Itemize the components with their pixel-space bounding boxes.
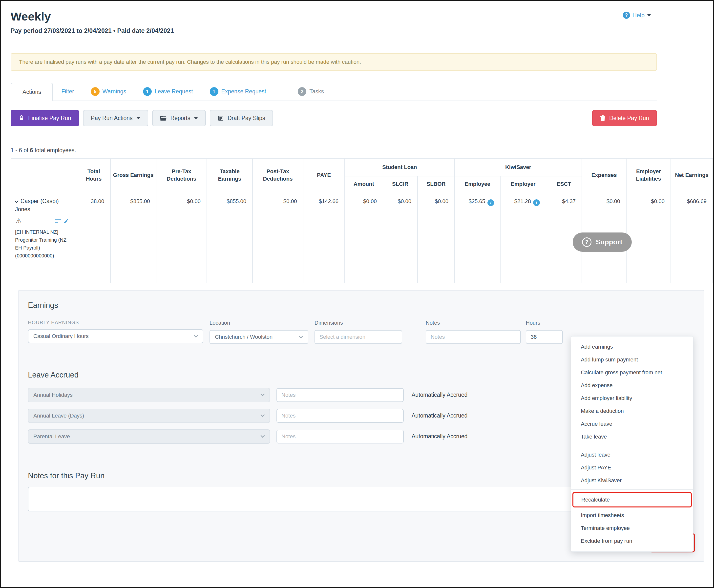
support-button[interactable]: ? Support xyxy=(573,232,632,252)
menu-item-adjust-paye[interactable]: Adjust PAYE xyxy=(571,461,693,474)
tab-label: Tasks xyxy=(309,88,324,95)
cell-employer-liabilities: $0.00 xyxy=(626,192,671,283)
menu-item-make-a-deduction[interactable]: Make a deduction xyxy=(571,405,693,418)
tab-expense-request[interactable]: 1 Expense Request xyxy=(201,82,275,101)
menu-divider xyxy=(571,446,693,446)
menu-item-take-leave[interactable]: Take leave xyxy=(571,430,693,443)
tab-tasks[interactable]: 2 Tasks xyxy=(289,82,332,101)
menu-item-add-employer-liability[interactable]: Add employer liability xyxy=(571,392,693,405)
menu-divider xyxy=(571,489,693,490)
delete-pay-run-button[interactable]: Delete Pay Run xyxy=(592,110,657,126)
tab-actions[interactable]: Actions xyxy=(10,83,53,101)
hours-input[interactable] xyxy=(526,330,563,344)
info-icon[interactable]: i xyxy=(487,200,494,206)
page-title: Weekly xyxy=(10,9,713,23)
button-label: Finalise Pay Run xyxy=(28,115,71,122)
cell-slbor: $0.00 xyxy=(418,192,455,283)
column-header: Employee xyxy=(455,176,500,192)
column-header: Total Hours xyxy=(77,159,110,192)
cell-student-loan-amount: $0.00 xyxy=(345,192,383,283)
warning-icon[interactable]: ⚠︎ xyxy=(16,217,22,225)
pay-run-notes-textarea[interactable] xyxy=(28,487,601,511)
cell-net-earnings: $686.69 xyxy=(671,192,713,283)
menu-item-accrue-leave[interactable]: Accrue leave xyxy=(571,418,693,430)
help-menu[interactable]: ? Help xyxy=(623,12,651,19)
tab-leave-request[interactable]: 1 Leave Request xyxy=(135,82,201,101)
pay-run-page: ? Help Weekly Pay period 27/03/2021 to 2… xyxy=(0,0,714,588)
column-header: Employer Liabilities xyxy=(626,159,671,192)
dimensions-label: Dimensions xyxy=(315,320,402,326)
menu-item-terminate-employee[interactable]: Terminate employee xyxy=(571,522,693,534)
selected-value: Christchurch / Woolston xyxy=(215,334,273,340)
tasks-count-badge: 2 xyxy=(298,87,306,96)
folder-icon xyxy=(160,115,167,121)
menu-item-calculate-gross-payment-from-net[interactable]: Calculate gross payment from net xyxy=(571,366,693,379)
cell-kiwisaver-employee: $25.65i xyxy=(455,192,500,283)
cell-total-hours: 38.00 xyxy=(77,192,110,283)
chevron-down-icon xyxy=(647,14,651,16)
column-header: Employer xyxy=(500,176,546,192)
chevron-down-icon xyxy=(136,117,140,119)
dimension-input[interactable] xyxy=(315,330,402,344)
leave-request-count-badge: 1 xyxy=(143,87,152,96)
notes-icon[interactable] xyxy=(55,219,61,224)
support-label: Support xyxy=(596,238,622,246)
draft-pay-slips-button[interactable]: Draft Pay Slips xyxy=(210,110,273,126)
button-label: Delete Pay Run xyxy=(609,115,649,122)
pay-period-subtitle: Pay period 27/03/2021 to 2/04/2021 • Pai… xyxy=(10,27,713,34)
annotation-box-recalculate: Recalculate xyxy=(572,492,692,507)
tab-bar: Actions Filter 5 Warnings 1 Leave Reques… xyxy=(10,82,657,101)
tab-warnings[interactable]: 5 Warnings xyxy=(83,82,135,101)
pay-category-select[interactable]: Casual Ordinary Hours xyxy=(28,329,203,343)
info-icon[interactable]: i xyxy=(533,200,540,206)
tab-label: Actions xyxy=(22,89,41,96)
chevron-down-icon xyxy=(15,198,19,203)
cell-post-tax-deductions: $0.00 xyxy=(252,192,303,283)
pay-slip-icon xyxy=(218,115,224,121)
question-icon: ? xyxy=(582,237,591,247)
column-header: Pre-Tax Deductions xyxy=(156,159,207,192)
selected-value: Casual Ordinary Hours xyxy=(33,333,89,339)
location-label: Location xyxy=(210,320,308,326)
employee-org: [EH INTERNAL NZ] Progenitor Training (NZ… xyxy=(15,228,74,260)
menu-item-adjust-leave[interactable]: Adjust leave xyxy=(571,448,693,461)
employee-name-cell: Casper (Caspi) Jones ⚠︎ [ xyxy=(11,192,77,283)
employee-icons: ⚠︎ xyxy=(16,217,74,225)
actions-dropdown-menu: Add earnings Add lump sum payment Calcul… xyxy=(571,336,693,552)
chevron-down-icon xyxy=(261,392,265,396)
cell-kiwisaver-employer: $21.28i xyxy=(500,192,546,283)
menu-item-add-expense[interactable]: Add expense xyxy=(571,379,693,392)
employee-name-toggle[interactable]: Casper (Caspi) Jones xyxy=(15,197,74,214)
menu-item-adjust-kiwisaver[interactable]: Adjust KiwiSaver xyxy=(571,474,693,487)
menu-item-import-timesheets[interactable]: Import timesheets xyxy=(571,509,693,522)
pay-run-toolbar: Finalise Pay Run Pay Run Actions Reports… xyxy=(10,110,657,126)
summary-count: 6 xyxy=(30,147,33,153)
tab-filter[interactable]: Filter xyxy=(53,82,82,101)
selected-value: Parental Leave xyxy=(33,433,70,440)
leave-notes-input[interactable] xyxy=(276,429,404,443)
menu-item-add-lump-sum-payment[interactable]: Add lump sum payment xyxy=(571,353,693,366)
button-label: Reports xyxy=(170,115,190,122)
selected-value: Annual Leave (Days) xyxy=(33,413,84,419)
edit-pencil-icon[interactable] xyxy=(63,218,69,224)
menu-item-exclude-from-pay-run[interactable]: Exclude from pay run xyxy=(571,534,693,547)
pay-run-actions-button[interactable]: Pay Run Actions xyxy=(83,110,148,126)
expense-request-count-badge: 1 xyxy=(210,87,218,96)
group-header-kiwisaver: KiwiSaver xyxy=(455,159,582,176)
leave-notes-input[interactable] xyxy=(276,409,404,423)
column-header: Post-Tax Deductions xyxy=(252,159,303,192)
leave-notes-input[interactable] xyxy=(276,388,404,402)
menu-item-recalculate[interactable]: Recalculate xyxy=(573,493,691,506)
help-label: Help xyxy=(632,12,645,19)
location-select[interactable]: Christchurch / Woolston xyxy=(210,330,308,344)
column-header: Net Earnings xyxy=(671,159,713,192)
finalise-pay-run-button[interactable]: Finalise Pay Run xyxy=(10,110,79,126)
earnings-notes-input[interactable] xyxy=(426,330,521,344)
cell-gross-earnings: $855.00 xyxy=(110,192,156,283)
chevron-down-icon xyxy=(299,334,303,338)
menu-item-add-earnings[interactable]: Add earnings xyxy=(571,340,693,353)
reports-button[interactable]: Reports xyxy=(152,110,206,126)
selected-value: Annual Holidays xyxy=(33,392,72,398)
cell-value: $21.28 xyxy=(514,198,531,204)
help-icon: ? xyxy=(623,12,630,19)
